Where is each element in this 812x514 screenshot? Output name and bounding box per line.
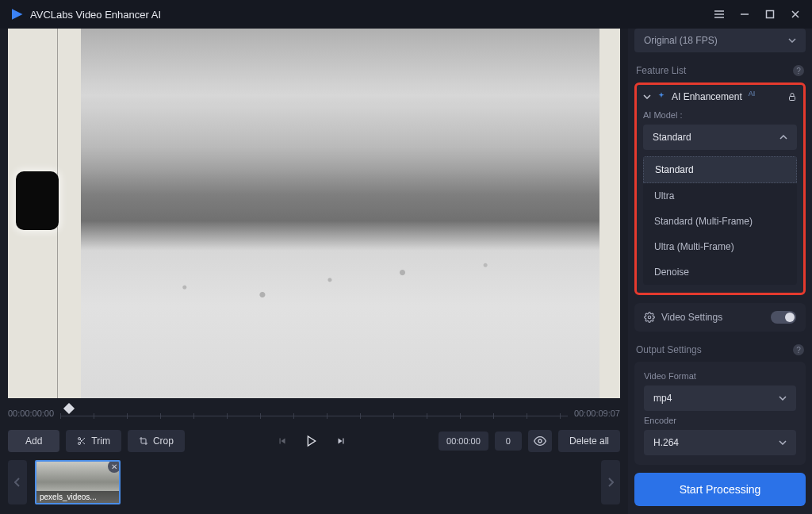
chevron-down-icon: [779, 396, 787, 401]
ai-model-option-ultra[interactable]: Ultra: [643, 183, 797, 209]
svg-rect-6: [790, 97, 795, 101]
video-settings-label: Video Settings: [661, 312, 722, 323]
film-sprocket-hole: [16, 171, 59, 230]
output-settings-heading: Output Settings ?: [636, 344, 804, 355]
svg-marker-0: [12, 9, 23, 20]
encoder-label: Encoder: [644, 416, 796, 425]
chevron-down-icon: [779, 440, 787, 445]
video-settings-toggle[interactable]: [771, 311, 796, 324]
delete-all-label: Delete all: [569, 435, 609, 447]
timeline-start: 00:00:00:00: [8, 409, 54, 418]
lock-icon[interactable]: [787, 92, 797, 102]
video-format-value: mp4: [653, 393, 672, 404]
maximize-icon[interactable]: [763, 7, 777, 21]
ai-model-select[interactable]: Standard: [643, 125, 797, 150]
film-edge-left: [8, 29, 81, 398]
delete-all-button[interactable]: Delete all: [558, 430, 620, 452]
minimize-icon[interactable]: [737, 7, 752, 21]
add-button[interactable]: Add: [8, 430, 59, 452]
gear-icon: [644, 312, 655, 323]
close-icon[interactable]: [788, 7, 802, 21]
svg-rect-1: [767, 11, 774, 18]
titlebar: AVCLabs Video Enhancer AI: [0, 0, 812, 29]
chevron-up-icon: [779, 135, 787, 140]
ai-enhancement-panel: AI Enhancement AI AI Model : Standard St…: [634, 82, 806, 295]
feature-list-heading: Feature List ?: [636, 65, 804, 76]
app-logo-icon: [10, 7, 24, 21]
svg-point-7: [648, 316, 651, 319]
eye-icon: [534, 435, 546, 447]
timecode-display[interactable]: 00:00:00: [439, 432, 488, 451]
frame-display[interactable]: 0: [495, 432, 522, 451]
help-icon[interactable]: ?: [793, 344, 804, 355]
video-settings-row[interactable]: Video Settings: [634, 303, 806, 332]
sidebar: Original (18 FPS) Feature List ? AI Enha…: [628, 29, 812, 514]
menu-icon[interactable]: [712, 7, 726, 21]
fps-select[interactable]: Original (18 FPS): [634, 29, 806, 52]
app-title: AVCLabs Video Enhancer AI: [30, 9, 161, 21]
feature-list-label: Feature List: [636, 65, 686, 76]
crop-button[interactable]: Crop: [128, 430, 185, 452]
output-settings-label: Output Settings: [636, 344, 702, 355]
crop-button-label: Crop: [153, 435, 174, 447]
sparkle-icon: [656, 91, 667, 102]
preview-toggle-button[interactable]: [528, 430, 552, 452]
video-format-select[interactable]: mp4: [644, 386, 796, 411]
ai-model-option-ultra-mf[interactable]: Ultra (Multi-Frame): [643, 234, 797, 259]
film-image: [81, 29, 599, 398]
main-column: 00:00:00:00 00:00:09:07 Add Trim Crop: [0, 29, 628, 514]
video-format-label: Video Format: [644, 371, 796, 381]
fps-select-label: Original (18 FPS): [644, 35, 718, 46]
ai-model-option-standard-mf[interactable]: Standard (Multi-Frame): [643, 209, 797, 234]
prev-frame-icon[interactable]: [277, 435, 288, 447]
timeline-track[interactable]: [60, 405, 568, 422]
playhead-icon[interactable]: [63, 403, 75, 414]
film-edge-right: [599, 29, 620, 398]
ai-model-option-standard[interactable]: Standard: [643, 156, 797, 183]
start-processing-label: Start Processing: [680, 483, 761, 496]
ai-enhancement-title: AI Enhancement: [672, 91, 742, 102]
titlebar-left: AVCLabs Video Enhancer AI: [10, 7, 161, 21]
add-button-label: Add: [25, 435, 42, 447]
ai-enhancement-header[interactable]: AI Enhancement AI: [643, 91, 797, 102]
scissors-icon: [77, 436, 86, 446]
svg-point-2: [79, 438, 81, 440]
start-processing-button[interactable]: Start Processing: [634, 473, 806, 506]
window-controls: [712, 7, 802, 21]
encoder-value: H.264: [653, 437, 679, 448]
ai-model-label: AI Model :: [643, 110, 797, 120]
video-preview[interactable]: [8, 29, 620, 398]
ai-model-option-denoise[interactable]: Denoise: [643, 259, 797, 285]
timeline: 00:00:00:00 00:00:09:07: [8, 398, 620, 425]
crop-icon: [139, 436, 148, 446]
svg-marker-4: [308, 436, 315, 446]
help-icon[interactable]: ?: [793, 65, 804, 76]
chevron-down-icon: [788, 38, 796, 43]
next-frame-icon[interactable]: [335, 435, 347, 447]
ai-badge: AI: [749, 90, 756, 98]
clip-strip-prev[interactable]: [8, 460, 27, 504]
trim-button-label: Trim: [91, 435, 110, 447]
trim-button[interactable]: Trim: [66, 430, 121, 452]
encoder-select[interactable]: H.264: [644, 430, 796, 455]
ai-model-dropdown-list: Standard Ultra Standard (Multi-Frame) Ul…: [643, 156, 797, 285]
film-frame: [8, 29, 620, 398]
clip-strip: ✕ pexels_videos...: [8, 460, 620, 504]
play-icon[interactable]: [305, 435, 318, 447]
svg-point-5: [538, 439, 542, 443]
timeline-end: 00:00:09:07: [574, 409, 620, 418]
controls-row: Add Trim Crop 00:00:00 0 Delete all: [8, 425, 620, 460]
clip-strip-next[interactable]: [601, 460, 620, 504]
clip-remove-icon[interactable]: ✕: [108, 460, 121, 473]
output-panel: Video Format mp4 Encoder H.264: [634, 362, 806, 465]
svg-point-3: [79, 443, 81, 445]
clip-thumbnail[interactable]: ✕ pexels_videos...: [35, 460, 121, 504]
ai-model-selected: Standard: [653, 132, 691, 143]
chevron-down-icon: [643, 94, 651, 99]
clip-name: pexels_videos...: [36, 491, 119, 503]
